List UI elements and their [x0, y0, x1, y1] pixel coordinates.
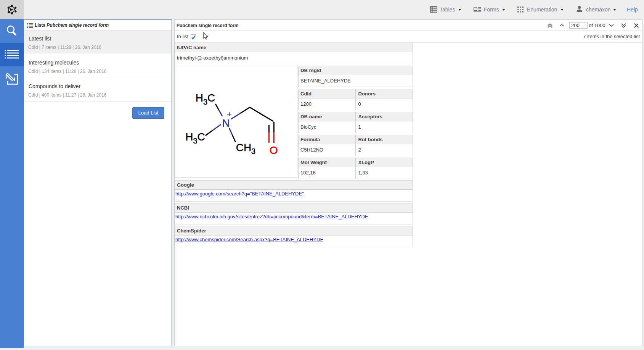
svg-text:C: C	[236, 142, 244, 153]
svg-text:N: N	[222, 117, 230, 129]
svg-text:3: 3	[251, 147, 255, 155]
svg-text:C: C	[207, 92, 215, 104]
svg-text:3: 3	[203, 98, 207, 106]
svg-text:H: H	[196, 92, 203, 104]
svg-text:3: 3	[193, 137, 197, 145]
svg-text:C: C	[198, 131, 205, 143]
svg-text:H: H	[244, 142, 251, 153]
svg-text:O: O	[270, 144, 278, 156]
svg-text:H: H	[185, 131, 193, 143]
